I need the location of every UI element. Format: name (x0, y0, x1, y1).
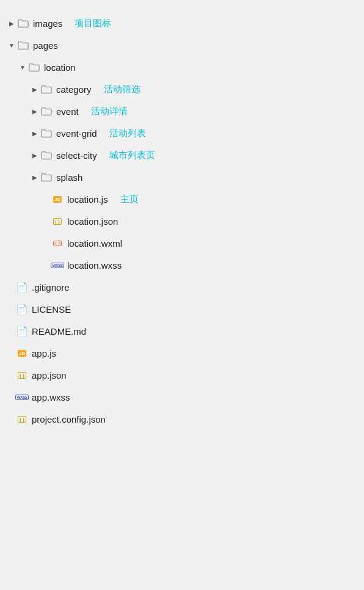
arrow-right-icon (31, 173, 39, 181)
item-label: location.wxml (67, 238, 122, 249)
json-icon: { } (51, 215, 64, 227)
tree-item-readme[interactable]: 📄README.md (0, 320, 364, 342)
wxss-icon: WXSS (51, 259, 64, 271)
tree-item-splash[interactable]: splash (0, 166, 364, 188)
item-label: event-grid (56, 128, 97, 139)
arrow-right-icon (7, 19, 16, 27)
tree-item-category[interactable]: category活动筛选 (0, 78, 364, 100)
tree-item-gitignore[interactable]: 📄.gitignore (0, 276, 364, 298)
json-icon: { } (16, 413, 28, 425)
item-label: location (44, 62, 76, 73)
folder-icon (40, 127, 53, 139)
tree-item-images[interactable]: images项目图标 (0, 12, 364, 34)
item-label: splash (56, 172, 82, 183)
item-label: app.wxss (32, 392, 70, 402)
file-icon: 📄 (16, 303, 28, 315)
tree-item-location-wxss[interactable]: WXSSlocation.wxss (0, 254, 364, 276)
tree-item-location[interactable]: location (0, 56, 364, 78)
annotation-label: 城市列表页 (109, 150, 155, 161)
arrow-right-icon (31, 107, 39, 115)
tree-item-event-grid[interactable]: event-grid活动列表 (0, 122, 364, 144)
js-icon: JS (16, 347, 28, 359)
item-label: .gitignore (32, 282, 70, 293)
tree-item-app-json[interactable]: { }app.json (0, 364, 364, 386)
file-icon: 📄 (16, 325, 28, 337)
tree-item-select-city[interactable]: select-city城市列表页 (0, 144, 364, 166)
tree-item-location-js[interactable]: JSlocation.js主页 (0, 188, 364, 210)
tree-item-app-wxss[interactable]: WXSSapp.wxss (0, 386, 364, 408)
annotation-label: 活动筛选 (104, 84, 140, 95)
item-label: select-city (56, 150, 97, 161)
arrow-down-icon (18, 63, 27, 71)
annotation-label: 活动列表 (109, 128, 146, 139)
item-label: event (56, 106, 79, 117)
folder-icon (28, 61, 40, 73)
js-icon: JS (51, 193, 64, 205)
item-label: pages (33, 40, 58, 51)
file-tree: images项目图标 pages location category活动筛选 e… (0, 6, 364, 436)
annotation-label: 项目图标 (75, 18, 111, 29)
tree-item-location-json[interactable]: { }location.json (0, 210, 364, 232)
wxml-icon: < > (51, 237, 64, 249)
tree-item-license[interactable]: 📄LICENSE (0, 298, 364, 320)
item-label: location.wxss (67, 260, 122, 271)
item-label: category (56, 84, 92, 95)
tree-item-pages[interactable]: pages (0, 34, 364, 56)
item-label: app.js (32, 348, 56, 359)
folder-icon (17, 17, 29, 29)
wxss-icon: WXSS (16, 391, 28, 403)
file-icon: 📄 (16, 281, 28, 293)
arrow-right-icon (31, 129, 39, 137)
arrow-right-icon (31, 85, 39, 93)
folder-icon (40, 171, 53, 183)
arrow-down-icon (7, 41, 16, 49)
tree-item-project-config[interactable]: { }project.config.json (0, 408, 364, 430)
annotation-label: 主页 (120, 194, 139, 205)
annotation-label: 活动详情 (91, 106, 128, 117)
tree-item-location-wxml[interactable]: < >location.wxml (0, 232, 364, 254)
tree-item-app-js[interactable]: JSapp.js (0, 342, 364, 364)
item-label: README.md (32, 326, 86, 337)
folder-icon (40, 149, 53, 161)
item-label: app.json (32, 370, 67, 381)
folder-icon (40, 105, 53, 117)
folder-icon (17, 39, 29, 51)
arrow-right-icon (31, 151, 39, 159)
item-label: project.config.json (32, 414, 106, 424)
json-icon: { } (16, 369, 28, 381)
item-label: location.js (67, 194, 108, 205)
tree-item-event[interactable]: event活动详情 (0, 100, 364, 122)
item-label: LICENSE (32, 304, 71, 315)
item-label: images (33, 18, 62, 29)
item-label: location.json (67, 216, 118, 227)
folder-icon (40, 83, 53, 95)
